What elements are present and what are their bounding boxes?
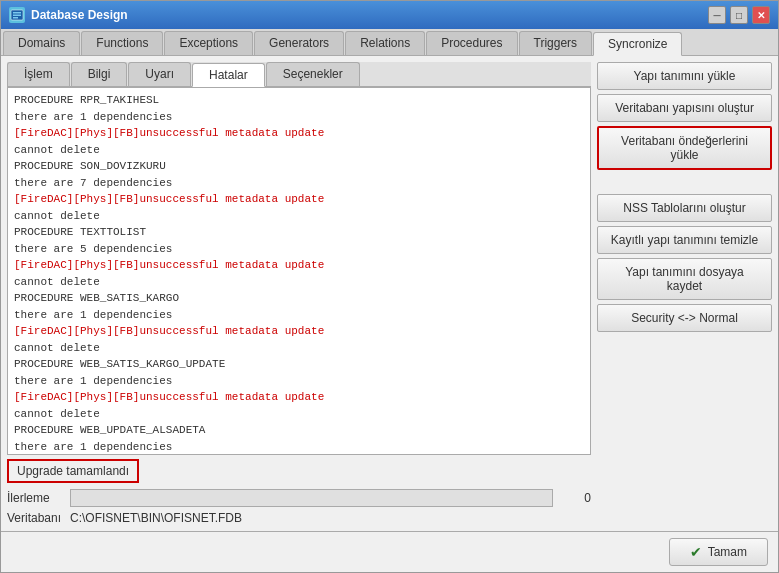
svg-rect-2: [13, 15, 21, 17]
progress-bar-container: [70, 489, 553, 507]
yapi-tanimini-yukle-button[interactable]: Yapı tanımını yükle: [597, 62, 772, 90]
log-line: there are 1 dependencies: [14, 109, 584, 126]
log-line: PROCEDURE RPR_TAKIHESL: [14, 92, 584, 109]
log-line: PROCEDURE WEB_SATIS_KARGO: [14, 290, 584, 307]
tab-bilgi[interactable]: Bilgi: [71, 62, 128, 86]
inner-tab-bar: İşlem Bilgi Uyarı Hatalar Seçenekler: [7, 62, 591, 87]
yapi-dosyaya-kaydet-button[interactable]: Yapı tanımını dosyaya kaydet: [597, 258, 772, 300]
log-line: there are 1 dependencies: [14, 307, 584, 324]
footer: ✔ Tamam: [1, 531, 778, 572]
tab-syncronize[interactable]: Syncronize: [593, 32, 682, 56]
ok-label: Tamam: [708, 545, 747, 559]
upgrade-status-box: Upgrade tamamlandı: [7, 459, 139, 483]
on-degerler-yukle-button[interactable]: Veritabanı öndeğerlerini yükle: [597, 126, 772, 170]
check-icon: ✔: [690, 544, 702, 560]
progress-value: 0: [561, 491, 591, 505]
db-path: C:\OFISNET\BIN\OFISNET.FDB: [70, 511, 242, 525]
db-row: Veritabanı C:\OFISNET\BIN\OFISNET.FDB: [7, 511, 591, 525]
log-output: PROCEDURE RPR_TAKIHESLthere are 1 depend…: [7, 87, 591, 455]
title-bar: Database Design ─ □ ✕: [1, 1, 778, 29]
tab-triggers[interactable]: Triggers: [519, 31, 593, 55]
log-line: PROCEDURE WEB_UPDATE_ALSADETA: [14, 422, 584, 439]
title-bar-controls: ─ □ ✕: [708, 6, 770, 24]
minimize-button[interactable]: ─: [708, 6, 726, 24]
log-line: there are 1 dependencies: [14, 373, 584, 390]
tab-uyari[interactable]: Uyarı: [128, 62, 191, 86]
tab-relations[interactable]: Relations: [345, 31, 425, 55]
app-icon: [9, 7, 25, 23]
log-line: [FireDAC][Phys][FB]unsuccessful metadata…: [14, 389, 584, 406]
log-line: PROCEDURE WEB_SATIS_KARGO_UPDATE: [14, 356, 584, 373]
tab-procedures[interactable]: Procedures: [426, 31, 517, 55]
log-line: there are 1 dependencies: [14, 439, 584, 456]
log-line: cannot delete: [14, 142, 584, 159]
log-line: [FireDAC][Phys][FB]unsuccessful metadata…: [14, 323, 584, 340]
window-title: Database Design: [31, 8, 128, 22]
db-label: Veritabanı: [7, 511, 62, 525]
log-line: cannot delete: [14, 208, 584, 225]
security-normal-button[interactable]: Security <-> Normal: [597, 304, 772, 332]
log-line: [FireDAC][Phys][FB]unsuccessful metadata…: [14, 125, 584, 142]
maximize-button[interactable]: □: [730, 6, 748, 24]
log-line: PROCEDURE SON_DOVIZKURU: [14, 158, 584, 175]
tab-islem[interactable]: İşlem: [7, 62, 70, 86]
log-line: there are 7 dependencies: [14, 175, 584, 192]
left-panel: İşlem Bilgi Uyarı Hatalar Seçenekler PRO…: [7, 62, 591, 525]
log-line: cannot delete: [14, 406, 584, 423]
bottom-status: Upgrade tamamlandı İlerleme 0 Veritabanı…: [7, 459, 591, 525]
log-line: there are 5 dependencies: [14, 241, 584, 258]
nss-tablolari-button[interactable]: NSS Tablolarını oluştur: [597, 194, 772, 222]
title-bar-left: Database Design: [9, 7, 128, 23]
tab-domains[interactable]: Domains: [3, 31, 80, 55]
progress-row: İlerleme 0: [7, 489, 591, 507]
ok-button[interactable]: ✔ Tamam: [669, 538, 768, 566]
tab-generators[interactable]: Generators: [254, 31, 344, 55]
svg-rect-1: [13, 12, 21, 14]
tab-hatalar[interactable]: Hatalar: [192, 63, 265, 87]
upgrade-status-text: Upgrade tamamlandı: [17, 464, 129, 478]
close-button[interactable]: ✕: [752, 6, 770, 24]
log-line: PROCEDURE TEXTTOLIST: [14, 224, 584, 241]
log-line: [FireDAC][Phys][FB]unsuccessful metadata…: [14, 191, 584, 208]
spacer-1: [597, 174, 772, 190]
log-line: cannot delete: [14, 340, 584, 357]
veritabani-yapisi-button[interactable]: Veritabanı yapısını oluştur: [597, 94, 772, 122]
svg-rect-3: [13, 17, 18, 19]
log-line: [FireDAC][Phys][FB]unsuccessful metadata…: [14, 257, 584, 274]
right-panel: Yapı tanımını yükle Veritabanı yapısını …: [597, 62, 772, 525]
tab-exceptions[interactable]: Exceptions: [164, 31, 253, 55]
log-line: cannot delete: [14, 274, 584, 291]
tab-functions[interactable]: Functions: [81, 31, 163, 55]
main-content: İşlem Bilgi Uyarı Hatalar Seçenekler PRO…: [1, 56, 778, 531]
tab-secenekler[interactable]: Seçenekler: [266, 62, 360, 86]
progress-label: İlerleme: [7, 491, 62, 505]
main-window: Database Design ─ □ ✕ Domains Functions …: [0, 0, 779, 573]
kayitli-yapi-temizle-button[interactable]: Kayıtlı yapı tanımını temizle: [597, 226, 772, 254]
top-tab-bar: Domains Functions Exceptions Generators …: [1, 29, 778, 56]
